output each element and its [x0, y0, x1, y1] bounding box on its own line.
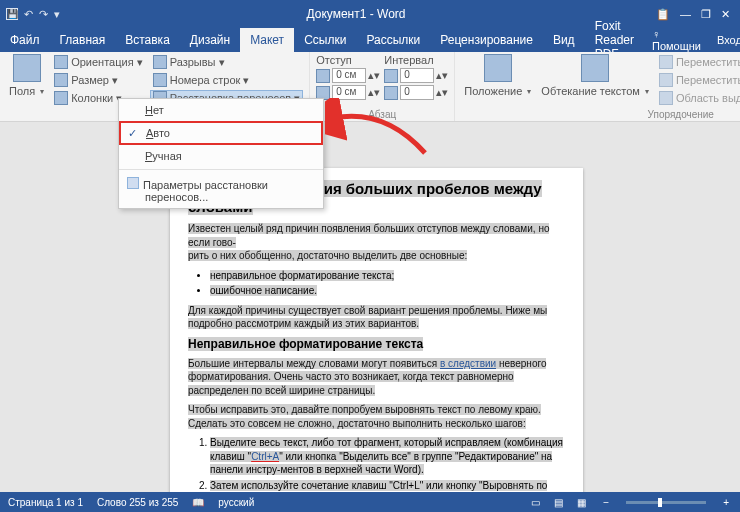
- view-web-icon[interactable]: ▦: [577, 497, 586, 508]
- indent-label: Отступ: [316, 54, 380, 66]
- view-read-icon[interactable]: ▭: [531, 497, 540, 508]
- doc-text[interactable]: Для каждой причины существует свой вариа…: [188, 305, 547, 330]
- indent-right[interactable]: 0 см▴▾: [316, 85, 380, 100]
- bring-forward-button: Переместить вперед ▾: [656, 54, 740, 70]
- position-button[interactable]: Положение: [461, 84, 534, 98]
- doc-list-item[interactable]: ошибочное написание.: [210, 285, 317, 296]
- doc-text[interactable]: рить о них обобщенно, достаточно выделит…: [188, 250, 467, 261]
- selection-pane-icon: [659, 91, 673, 105]
- indent-left-icon: [316, 69, 330, 83]
- zoom-thumb[interactable]: [658, 498, 662, 507]
- spacing-before-icon: [384, 69, 398, 83]
- status-bar: Страница 1 из 1 Слово 255 из 255 📖 русск…: [0, 492, 740, 512]
- line-numbers-icon: [153, 73, 167, 87]
- hyphenation-auto[interactable]: Авто: [120, 122, 322, 144]
- status-proofing-icon[interactable]: 📖: [192, 497, 204, 508]
- spacing-after-icon: [384, 86, 398, 100]
- ribbon-tabs: Файл Главная Вставка Дизайн Макет Ссылки…: [0, 28, 740, 52]
- hyphenation-dropdown: Нет Авто Ручная Параметры расстановки пе…: [118, 98, 324, 209]
- hyphenation-none[interactable]: Нет: [119, 99, 323, 121]
- status-language[interactable]: русский: [218, 497, 254, 508]
- tab-references[interactable]: Ссылки: [294, 28, 356, 52]
- undo-icon[interactable]: ↶: [24, 8, 33, 21]
- breaks-icon: [153, 55, 167, 69]
- tab-review[interactable]: Рецензирование: [430, 28, 543, 52]
- size-button[interactable]: Размер ▾: [51, 72, 146, 88]
- document-area[interactable]: Причины появления больших пробелов между…: [0, 122, 740, 492]
- group-arrange: Положение Обтекание текстом Переместить …: [455, 52, 740, 121]
- status-words[interactable]: Слово 255 из 255: [97, 497, 178, 508]
- tab-file[interactable]: Файл: [0, 28, 50, 52]
- breaks-button[interactable]: Разрывы ▾: [150, 54, 304, 70]
- group-label-paragraph: Абзац: [316, 109, 448, 121]
- spacing-label: Интервал: [384, 54, 448, 66]
- orientation-button[interactable]: Ориентация ▾: [51, 54, 146, 70]
- qat-dropdown-icon[interactable]: ▾: [54, 8, 60, 21]
- tab-layout[interactable]: Макет: [240, 28, 294, 52]
- margins-button[interactable]: Поля: [6, 84, 47, 98]
- doc-shortcut[interactable]: Ctrl+A: [251, 451, 279, 462]
- save-icon[interactable]: 💾: [6, 8, 18, 20]
- hyphenation-manual[interactable]: Ручная: [119, 145, 323, 167]
- tab-view[interactable]: Вид: [543, 28, 585, 52]
- tab-design[interactable]: Дизайн: [180, 28, 240, 52]
- tell-me[interactable]: ♀ Помощни: [644, 28, 709, 52]
- doc-text[interactable]: Чтобы исправить это, давайте попробуем в…: [188, 404, 541, 429]
- doc-text[interactable]: Большие интервалы между словами могут по…: [188, 358, 440, 369]
- spacing-before[interactable]: 0▴▾: [384, 68, 448, 83]
- group-label-arrange: Упорядочение: [461, 109, 740, 121]
- window-title: Документ1 - Word: [66, 7, 646, 21]
- tab-foxit[interactable]: Foxit Reader PDF: [585, 28, 644, 52]
- group-paragraph: Отступ 0 см▴▾ 0 см▴▾ Интервал 0▴▾ 0▴▾ Аб…: [310, 52, 455, 121]
- sign-in[interactable]: Вход: [709, 28, 740, 52]
- position-icon: [484, 54, 512, 82]
- line-numbers-button[interactable]: Номера строк ▾: [150, 72, 304, 88]
- doc-list-item[interactable]: неправильное форматирование текста;: [210, 270, 394, 281]
- wrap-button[interactable]: Обтекание текстом: [538, 84, 652, 98]
- ribbon: Поля Ориентация ▾ Размер ▾ Колонки ▾ Раз…: [0, 52, 740, 122]
- orientation-icon: [54, 55, 68, 69]
- indent-left[interactable]: 0 см▴▾: [316, 68, 380, 83]
- view-print-icon[interactable]: ▤: [554, 497, 563, 508]
- close-icon[interactable]: ✕: [721, 8, 730, 21]
- dropdown-separator: [119, 169, 323, 170]
- options-icon: [127, 177, 139, 189]
- doc-subheading[interactable]: Неправильное форматирование текста: [188, 337, 423, 351]
- columns-icon: [54, 91, 68, 105]
- doc-link[interactable]: в следствии: [440, 358, 496, 369]
- zoom-in-button[interactable]: +: [720, 497, 732, 508]
- wrap-icon: [581, 54, 609, 82]
- ribbon-display-options-icon[interactable]: 📋: [656, 8, 670, 21]
- spacing-after[interactable]: 0▴▾: [384, 85, 448, 100]
- tab-mailings[interactable]: Рассылки: [356, 28, 430, 52]
- send-backward-icon: [659, 73, 673, 87]
- send-backward-button: Переместить назад ▾: [656, 72, 740, 88]
- document-page[interactable]: Причины появления больших пробелов между…: [170, 168, 583, 492]
- status-page[interactable]: Страница 1 из 1: [8, 497, 83, 508]
- margins-icon: [13, 54, 41, 82]
- redo-icon[interactable]: ↷: [39, 8, 48, 21]
- restore-icon[interactable]: ❐: [701, 8, 711, 21]
- doc-list-item[interactable]: Затем используйте сочетание клавиш "Ctrl…: [210, 480, 547, 493]
- tab-home[interactable]: Главная: [50, 28, 116, 52]
- doc-text[interactable]: Известен целый ряд причин появления боль…: [188, 223, 549, 248]
- bring-forward-icon: [659, 55, 673, 69]
- minimize-icon[interactable]: —: [680, 8, 691, 21]
- zoom-out-button[interactable]: −: [600, 497, 612, 508]
- selection-pane-button[interactable]: Область выделения: [656, 90, 740, 106]
- doc-list-item[interactable]: Выделите весь текст, либо тот фрагмент, …: [210, 436, 565, 477]
- tab-insert[interactable]: Вставка: [115, 28, 180, 52]
- size-icon: [54, 73, 68, 87]
- zoom-slider[interactable]: [626, 501, 706, 504]
- hyphenation-options[interactable]: Параметры расстановки переносов...: [119, 172, 323, 208]
